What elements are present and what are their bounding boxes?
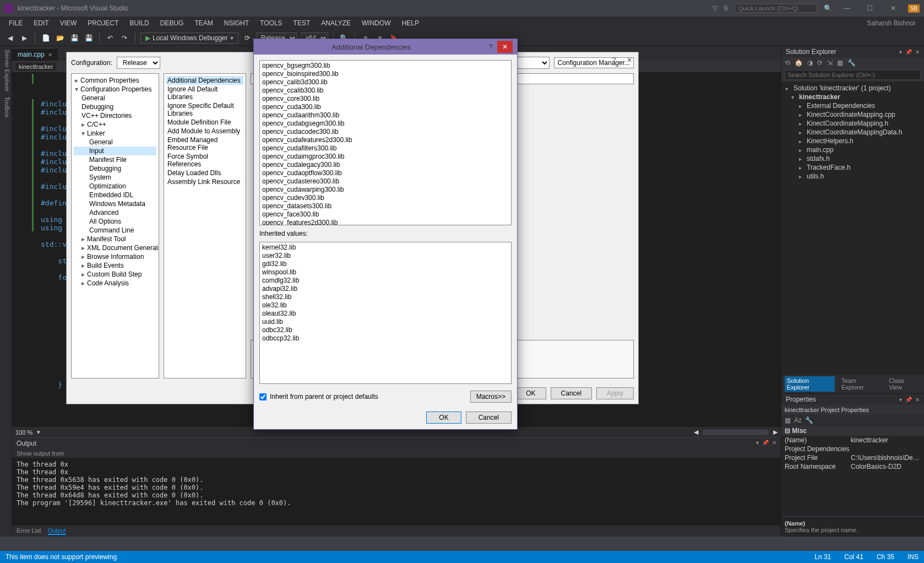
prop-category[interactable]: ⊟ Misc (781, 426, 924, 436)
sync-icon[interactable]: ◑ (807, 59, 813, 67)
tree-common-properties[interactable]: ▸Common Properties (74, 76, 156, 85)
prop-row[interactable]: Project Dependencies (781, 445, 924, 453)
menu-edit[interactable]: EDIT (29, 18, 53, 28)
tab-error-list[interactable]: Error List (17, 527, 41, 535)
tree-debugging[interactable]: Debugging (74, 102, 156, 111)
close-tab-icon[interactable]: ✕ (48, 52, 52, 58)
dialog-help-icon[interactable]: ? (484, 43, 497, 51)
tree-config-properties[interactable]: ▾Configuration Properties (74, 85, 156, 94)
prop-pin-icon[interactable]: 📌 (905, 397, 912, 403)
tree-item[interactable]: ▸KinectCoordinateMappingData.h (784, 128, 922, 137)
hscroll-right-icon[interactable]: ▶ (773, 429, 778, 436)
tree-item[interactable]: ▸utils.h (784, 172, 922, 181)
nav-fwd-icon[interactable]: ▶ (19, 33, 30, 44)
tree-linker-system[interactable]: System (74, 173, 156, 182)
tree-item[interactable]: ▸main.cpp (784, 145, 922, 154)
tree-custom-build[interactable]: ▸Custom Build Step (74, 270, 156, 279)
prop-row[interactable]: (Name)kinecttracker (781, 436, 924, 445)
user-name[interactable]: Saharsh Bishnoi (867, 19, 920, 27)
cancel-button[interactable]: Cancel (466, 412, 512, 424)
refresh-icon[interactable]: ⟳ (817, 59, 823, 67)
tree-linker-all[interactable]: All Options (74, 217, 156, 226)
tree-xml-gen[interactable]: ▸XML Document Generator (74, 243, 156, 252)
new-project-icon[interactable]: 📄 (40, 33, 51, 44)
se-dropdown-icon[interactable]: ▾ (899, 49, 902, 55)
tree-item[interactable]: ▸External Dependencies (784, 101, 922, 110)
menu-project[interactable]: PROJECT (83, 18, 123, 28)
server-explorer-tab[interactable]: Server Explorer Toolbox (0, 46, 12, 537)
tree-linker-manifest[interactable]: Manifest File (74, 155, 156, 164)
prop-item[interactable]: Add Module to Assembly (166, 127, 243, 136)
hscroll-left-icon[interactable]: ◀ (694, 429, 698, 436)
prop-item[interactable]: Embed Managed Resource File (166, 136, 243, 152)
tree-cpp[interactable]: ▸C/C++ (74, 120, 156, 129)
tab-class-view[interactable]: Class View (887, 376, 921, 392)
hscroll-track[interactable] (703, 430, 769, 435)
tree-linker-general[interactable]: General (74, 138, 156, 147)
redo-icon[interactable]: ↷ (119, 33, 130, 44)
dialog-close-icon[interactable]: ✕ (497, 41, 513, 53)
tree-linker-embedded[interactable]: Embedded IDL (74, 191, 156, 199)
doc-tab-main[interactable]: main.cpp ✕ (12, 48, 58, 61)
collapse-icon[interactable]: ⇲ (827, 59, 833, 67)
tree-linker-advanced[interactable]: Advanced (74, 208, 156, 217)
close-button[interactable]: ✕ (885, 4, 901, 12)
categorized-icon[interactable]: ▦ (785, 416, 791, 424)
wrench-icon[interactable]: 🔧 (805, 416, 813, 424)
macros-button[interactable]: Macros>> (470, 391, 512, 403)
menu-debug[interactable]: DEBUG (156, 18, 188, 28)
tree-linker-winmeta[interactable]: Windows Metadata (74, 199, 156, 208)
prop-item[interactable]: Additional Dependencies (166, 76, 243, 85)
output-pin-icon[interactable]: 📌 (762, 440, 769, 447)
prop-item[interactable]: Assembly Link Resource (166, 177, 243, 186)
config-dropdown[interactable]: Release (117, 57, 160, 69)
prop-row[interactable]: Root NamespaceColorBasics-D2D (781, 462, 924, 471)
quick-launch-input[interactable] (735, 4, 817, 13)
prop-close-icon[interactable]: ✕ (915, 397, 920, 403)
maximize-button[interactable]: ☐ (862, 4, 878, 12)
menu-nsight[interactable]: NSIGHT (220, 18, 253, 28)
alpha-icon[interactable]: Az (794, 416, 802, 424)
inherit-checkbox[interactable] (259, 393, 267, 400)
menu-window[interactable]: WINDOW (357, 18, 395, 28)
tree-item[interactable]: ▸KinectCoordinateMapping.cpp (784, 110, 922, 119)
tab-solution-explorer[interactable]: Solution Explorer (785, 376, 835, 392)
tab-output[interactable]: Output (48, 527, 66, 535)
tree-code-analysis[interactable]: ▸Code Analysis (74, 279, 156, 288)
dialog-close-icon[interactable]: ✕ (623, 55, 636, 66)
apply-button[interactable]: Apply (596, 387, 634, 399)
tree-linker[interactable]: ▾Linker (74, 129, 156, 138)
zoom-dropdown-icon[interactable]: ▾ (37, 429, 40, 436)
dependencies-textarea[interactable]: opencv_bgsegm300.libopencv_bioinspired30… (259, 60, 512, 225)
ok-button[interactable]: OK (515, 387, 546, 399)
tab-team-explorer[interactable]: Team Explorer (839, 376, 882, 392)
tree-item[interactable]: ▸TrackedFace.h (784, 163, 922, 172)
output-text[interactable]: The thread 0x The thread 0x The thread 0… (12, 458, 781, 526)
feedback-icon[interactable]: ⎘ (724, 4, 728, 12)
save-all-icon[interactable]: 💾 (83, 33, 94, 44)
solution-root[interactable]: ▸Solution 'kinecttracker' (1 project) (784, 84, 922, 93)
se-pin-icon[interactable]: 📌 (905, 49, 912, 55)
tree-item[interactable]: ▸KinectCoordinateMapping.h (784, 119, 922, 128)
prop-item[interactable]: Module Definition File (166, 118, 243, 127)
tree-build-events[interactable]: ▸Build Events (74, 261, 156, 270)
open-icon[interactable]: 📂 (55, 33, 66, 44)
cancel-button[interactable]: Cancel (551, 387, 592, 399)
menu-view[interactable]: VIEW (56, 18, 81, 28)
se-close-icon[interactable]: ✕ (915, 49, 920, 55)
tree-linker-cmdline[interactable]: Command Line (74, 226, 156, 235)
scope-combo[interactable]: kinecttracker (15, 63, 56, 71)
undo-icon[interactable]: ↶ (105, 33, 116, 44)
save-icon[interactable]: 💾 (69, 33, 80, 44)
user-badge[interactable]: SB (908, 4, 920, 13)
menu-help[interactable]: HELP (398, 18, 423, 28)
menu-test[interactable]: TEST (289, 18, 315, 28)
prop-item[interactable]: Delay Loaded Dlls (166, 169, 243, 177)
nav-back-icon[interactable]: ◀ (4, 33, 15, 44)
menu-tools[interactable]: TOOLS (256, 18, 286, 28)
properties-icon[interactable]: 🔧 (847, 59, 856, 67)
output-close-icon[interactable]: ✕ (772, 440, 776, 447)
home2-icon[interactable]: 🏠 (795, 59, 803, 67)
minimize-button[interactable]: — (839, 4, 855, 12)
menu-analyze[interactable]: ANALYZE (317, 18, 355, 28)
